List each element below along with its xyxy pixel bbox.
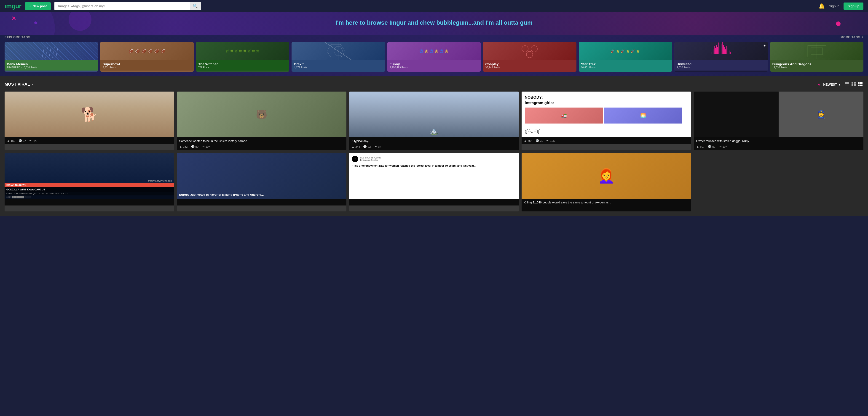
explore-title: EXPLORE TAGS: [5, 35, 30, 39]
post-stats: [179, 201, 344, 204]
upvote-stat: ▲ 344: [351, 145, 360, 148]
post-thumb: 🏔️: [349, 92, 519, 137]
svg-rect-24: [854, 84, 856, 86]
view-icon: 👁: [719, 145, 722, 148]
tag-witcher-posts: 789 Posts: [198, 66, 287, 69]
newest-sort-button[interactable]: NEWEST ▼: [823, 83, 841, 86]
view-icon: 👁: [374, 145, 377, 148]
sign-in-button[interactable]: Sign in: [829, 4, 839, 8]
comment-icon: 💬: [191, 145, 194, 148]
view-icon: 👁: [546, 139, 549, 142]
list-view-icon: [845, 82, 849, 86]
svg-line-2: [49, 46, 51, 58]
more-tags-button[interactable]: MORE TAGS +: [841, 35, 863, 39]
svg-rect-23: [851, 84, 854, 86]
svg-rect-25: [858, 82, 860, 83]
post-card-europe-iphone[interactable]: Europe Just Voted in Favor of Making iPh…: [177, 153, 347, 211]
svg-rect-20: [845, 85, 849, 85]
post-footer: Owner reunited with stolen doggo, Ruby. …: [694, 137, 863, 150]
newest-label: NEWEST: [823, 83, 837, 86]
list-view-button[interactable]: [844, 81, 850, 88]
comment-icon: 💬: [19, 139, 22, 142]
tag-card-superbowl[interactable]: 🏈🏈🏈 🏈🏈🏈 Superbowl 3,331 Posts: [100, 42, 193, 72]
post-card-nyt[interactable]: T 9:26 p.m. Feb. 4, 2020 By Jeanna Smial…: [349, 153, 519, 211]
comment-icon: 💬: [535, 139, 539, 142]
tag-witcher-name: The Witcher: [198, 62, 287, 66]
comment-icon: 💬: [363, 145, 367, 148]
post-card-dog-baby[interactable]: 🐕 ▲ 152 💬 17 👁 4K: [5, 92, 174, 150]
new-post-label: New post: [32, 4, 46, 8]
imgur-logo[interactable]: imgur: [5, 2, 21, 10]
svg-rect-19: [845, 83, 849, 84]
tag-card-brexit[interactable]: Brexit 4,171 Posts: [291, 42, 385, 72]
post-card-cartoon[interactable]: 👩‍🦰 Killing 31,646 people would save the…: [522, 153, 691, 211]
nyt-excerpt: "The unemployment rate for women reached…: [352, 164, 516, 168]
upvote-stat: ▲ 152: [7, 139, 15, 142]
search-icon: 🔍: [193, 4, 198, 9]
view-count: 19K: [722, 145, 727, 148]
post-card-godzilla[interactable]: LIVE breakyourownnews.com BREAKING NEWS …: [5, 153, 174, 211]
post-thumb: NOBODY:Instagram girls: 🚛 🌅 (ʃ⌣̀ᴗ⌣́)ʃ: [522, 92, 691, 137]
search-input[interactable]: [55, 2, 201, 10]
view-stat: 👁 4K: [29, 139, 37, 142]
svg-rect-31: [858, 85, 860, 86]
search-button[interactable]: 🔍: [190, 2, 201, 10]
notification-icon[interactable]: 🔔: [818, 3, 825, 9]
tag-card-startrek[interactable]: 🚀⭐🚀 ⭐🚀⭐ Star Trek 10,451 Posts: [579, 42, 672, 72]
post-thumb: 🐻: [177, 92, 347, 137]
comment-stat: 💬 50: [191, 145, 198, 148]
comment-stat: 💬 52: [708, 145, 715, 148]
tag-card-funny[interactable]: 🌀⭐🌀 ⭐🌀⭐ Funny 2,700,493 Posts: [388, 42, 480, 72]
new-post-button[interactable]: + New post: [25, 2, 51, 10]
tag-brexit-posts: 4,171 Posts: [294, 66, 382, 69]
grid-2-view-button[interactable]: [850, 81, 857, 88]
post-placeholder: [179, 201, 180, 204]
post-title: A typical day...: [351, 139, 517, 143]
feed-sort-label: MOST VIRAL: [5, 82, 30, 87]
sort-dropdown-arrow[interactable]: ▼: [31, 83, 34, 86]
feed-header: MOST VIRAL ▼ ★ NEWEST ▼: [5, 81, 863, 88]
tag-card-cosplay[interactable]: Cosplay 35,742 Posts: [483, 42, 576, 72]
comment-stat: 💬 22: [363, 145, 371, 148]
posts-grid: 🐕 ▲ 152 💬 17 👁 4K: [5, 92, 863, 211]
post-thumb: 🐕: [5, 92, 174, 137]
comment-count: 50: [195, 145, 198, 148]
upvote-stat: ▲ 352: [179, 145, 188, 148]
post-card-instagram-meme[interactable]: NOBODY:Instagram girls: 🚛 🌅 (ʃ⌣̀ᴗ⌣́)ʃ ▲ …: [522, 92, 691, 150]
tag-card-dnd[interactable]: Dungeons And Dragons 12,638 Posts: [770, 42, 863, 72]
view-count: 8K: [378, 145, 381, 148]
sign-up-button[interactable]: Sign up: [843, 2, 863, 10]
hero-banner: ✕ I'm here to browse Imgur and chew bubb…: [0, 12, 868, 35]
post-footer: ▲ 754 💬 30 👁 19K: [522, 137, 691, 144]
post-card-chiefs-parade[interactable]: 🐻 Someone wanted to be in the Chiefs Vic…: [177, 92, 347, 150]
post-card-stolen-dog[interactable]: 👮 Owner reunited with stolen doggo, Ruby…: [694, 92, 863, 150]
view-stat: 👁 19K: [719, 145, 727, 148]
upvote-icon: ▲: [7, 139, 10, 142]
grid-3-view-button[interactable]: [858, 81, 863, 88]
tag-funny-name: Funny: [390, 62, 478, 66]
tag-unmuted-posts: 9,830 Posts: [677, 66, 765, 69]
search-bar: 🔍: [55, 2, 201, 10]
post-footer: Someone wanted to be in the Chiefs Victo…: [177, 137, 347, 150]
tag-card-witcher[interactable]: 🌿🍀🌿🍀 🍀🌿🍀🌿 The Witcher 789 Posts: [196, 42, 289, 72]
post-thumb: Europe Just Voted in Favor of Making iPh…: [177, 153, 347, 199]
view-count: 10K: [206, 145, 210, 148]
nyt-author: By Jeanna Smialek: [360, 159, 381, 161]
comment-icon: 💬: [708, 145, 711, 148]
upvote-count: 344: [355, 145, 360, 148]
tag-card-unmuted[interactable]: ✦ Unmuted 9,830 Posts: [674, 42, 768, 72]
explore-header: EXPLORE TAGS MORE TAGS +: [5, 35, 863, 39]
tag-dnd-posts: 12,638 Posts: [772, 66, 861, 69]
feed-title: MOST VIRAL ▼: [5, 82, 34, 87]
upvote-count: 352: [183, 145, 187, 148]
tag-dank-memes-posts: FEATURED · 18,831 Posts: [7, 66, 96, 69]
upvote-count: 152: [11, 139, 15, 142]
tag-card-dank-memes[interactable]: Dank Memes FEATURED · 18,831 Posts: [5, 42, 98, 72]
sort-star-icon: ★: [817, 82, 820, 86]
svg-point-12: [531, 46, 537, 52]
post-card-typical-day[interactable]: 🏔️ A typical day... ▲ 344 💬 22 👁: [349, 92, 519, 150]
svg-rect-22: [854, 82, 856, 83]
view-buttons: [844, 81, 863, 88]
upvote-icon: ▲: [179, 145, 182, 148]
upvote-count: 807: [700, 145, 705, 148]
